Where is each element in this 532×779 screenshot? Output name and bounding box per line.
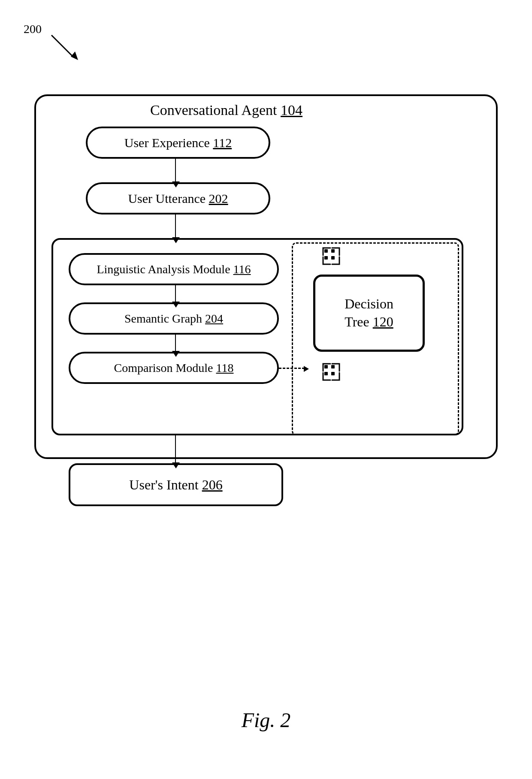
svg-marker-1	[71, 51, 78, 60]
users-intent-box: User's Intent 206	[69, 463, 283, 506]
arrow-sg-to-cm	[175, 335, 176, 352]
user-experience-label: User Experience 112	[124, 136, 232, 150]
users-intent-label: User's Intent 206	[129, 477, 222, 493]
linguistic-analysis-label: Linguistic Analysis Module 116	[97, 263, 251, 276]
linguistic-analysis-box: Linguistic Analysis Module 116	[69, 253, 279, 285]
decision-tree-label: DecisionTree 120	[345, 295, 393, 331]
arrow-ue-to-uu	[175, 159, 176, 182]
user-experience-box: User Experience 112	[86, 127, 270, 159]
comparison-module-label: Comparison Module 118	[114, 361, 234, 375]
user-utterance-label: User Utterance 202	[128, 191, 228, 206]
svg-rect-3	[331, 249, 335, 253]
decision-tree-box: DecisionTree 120	[313, 275, 425, 352]
svg-rect-9	[331, 372, 335, 375]
bracket-icon-top	[322, 247, 341, 269]
svg-rect-4	[324, 256, 328, 260]
svg-rect-7	[331, 365, 335, 368]
arrow-lam-to-sg	[175, 285, 176, 302]
figure-label: Fig. 2	[242, 708, 291, 732]
comparison-module-box: Comparison Module 118	[69, 352, 279, 384]
svg-rect-5	[331, 256, 335, 260]
arrow-uu-to-inner	[175, 214, 176, 238]
arrow-inner-to-intent	[175, 435, 176, 463]
svg-rect-2	[324, 249, 328, 253]
ref-arrow-200	[47, 31, 82, 65]
svg-line-0	[51, 35, 73, 57]
bracket-icon-bottom	[322, 362, 341, 385]
svg-rect-8	[324, 372, 328, 375]
conversational-agent-label: Conversational Agent 104	[150, 102, 302, 118]
semantic-graph-box: Semantic Graph 204	[69, 302, 279, 335]
user-utterance-box: User Utterance 202	[86, 182, 270, 214]
svg-rect-6	[324, 365, 328, 368]
semantic-graph-label: Semantic Graph 204	[124, 312, 223, 326]
ref-number-200: 200	[24, 22, 42, 36]
